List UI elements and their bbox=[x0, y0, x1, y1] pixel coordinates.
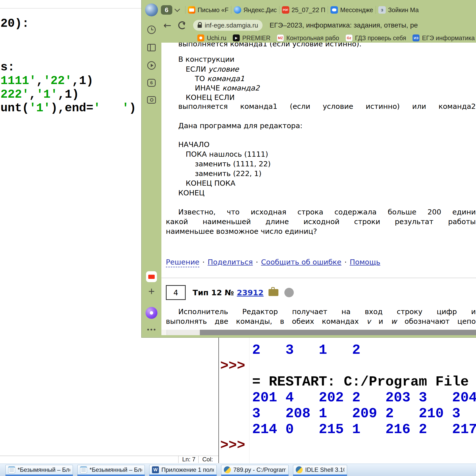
shell-prompt: >>> bbox=[219, 358, 245, 374]
taskbar-button[interactable]: IDLE Shell 3.10.5 bbox=[293, 465, 347, 475]
briefcase-icon[interactable] bbox=[268, 289, 278, 296]
text-segment: КОНЕЦ bbox=[178, 189, 205, 197]
code-line: s: bbox=[0, 60, 15, 74]
lock-icon bbox=[198, 25, 202, 28]
code-line: 222','1',1) bbox=[0, 88, 79, 101]
browser-tab[interactable]: Зойкин Ма bbox=[378, 6, 419, 14]
history-icon[interactable] bbox=[147, 26, 156, 34]
construction-line: ИНАЧЕ команда2 bbox=[195, 83, 260, 93]
tab-count-icon[interactable]: 6 bbox=[147, 79, 156, 87]
construction-intro: В конструкции bbox=[178, 55, 235, 63]
section-divider bbox=[161, 278, 476, 278]
action-link[interactable]: Поделиться bbox=[208, 258, 253, 266]
bookmark-item[interactable]: Контрольная рабо bbox=[277, 34, 339, 42]
text-segment: выполнять две команды, в обеих командах bbox=[166, 317, 366, 326]
link-separator: · bbox=[256, 258, 258, 266]
italic-text: w bbox=[391, 317, 397, 326]
browser-tab[interactable]: 25_07_22 П bbox=[282, 6, 325, 14]
tab-divider bbox=[279, 6, 279, 14]
browser-tab[interactable]: Письмо «F bbox=[188, 6, 229, 14]
text-segment: обозначают цепо bbox=[397, 317, 476, 326]
italic-text: v bbox=[366, 317, 371, 326]
tab-divider bbox=[231, 6, 231, 14]
text-segment: заменить (1111, 22) bbox=[195, 160, 271, 168]
browser-tab[interactable]: Яндекс.Дис bbox=[234, 6, 277, 14]
code-line: 20): bbox=[0, 17, 29, 30]
question-line: наименьшее возможное число единиц? bbox=[166, 227, 476, 236]
text-segment: ИНАЧЕ bbox=[195, 84, 222, 92]
reload-button[interactable] bbox=[178, 21, 186, 29]
taskbar-button[interactable]: *Безымянный – Бло... bbox=[77, 465, 145, 475]
status-circle-icon[interactable] bbox=[284, 288, 294, 297]
premier-icon bbox=[233, 34, 240, 41]
browser-tab[interactable]: Мессендже bbox=[330, 6, 373, 14]
italic-text: команда1 bbox=[207, 74, 244, 83]
taskbar-button[interactable]: Приложение 1 поло... bbox=[149, 465, 217, 475]
taskbar-label: Приложение 1 поло... bbox=[161, 466, 214, 473]
horizontal-scrollbar[interactable] bbox=[161, 330, 476, 335]
task-type-label: Тип 12 № bbox=[193, 288, 234, 297]
action-link[interactable]: Решение bbox=[166, 258, 199, 267]
question-line: какой наименьшей длине исходной строки р… bbox=[166, 217, 476, 227]
bookmark-item[interactable]: PREMIER bbox=[233, 34, 270, 42]
bookmark-item[interactable]: ЕГЭ информатика bbox=[413, 34, 475, 42]
italic-text: условие bbox=[208, 65, 239, 73]
shell-output-line: = RESTART: C:/Program File bbox=[252, 374, 476, 390]
taskbar-label: *Безымянный – Бло... bbox=[89, 466, 142, 473]
bookmark-label: ГДЗ проверь себя bbox=[355, 34, 406, 42]
question-line: Известно, что исходная строка содержала … bbox=[166, 207, 476, 217]
action-link[interactable]: Помощь bbox=[350, 258, 380, 266]
text-segment: заменить (222, 1) bbox=[195, 169, 262, 178]
screenshot-icon[interactable] bbox=[147, 96, 156, 104]
text-segment: ПОКА нашлось (1111) bbox=[186, 150, 268, 158]
page-title: ЕГЭ–2023, информатика: задания, ответы, … bbox=[269, 21, 476, 29]
italic-text: команда2 bbox=[222, 84, 260, 92]
scroll-left-button[interactable] bbox=[161, 330, 167, 335]
chevron-down-icon[interactable] bbox=[175, 6, 180, 12]
link-separator: · bbox=[344, 258, 347, 266]
mail-tab-icon bbox=[188, 6, 195, 14]
code-segment: ) bbox=[129, 101, 136, 115]
tab-label: Зойкин Ма bbox=[388, 6, 419, 14]
shell-text-area[interactable]: 2 3 1 2>>>= RESTART: C:/Program File201 … bbox=[219, 336, 476, 463]
program-line: КОНЕЦ ПОКА bbox=[186, 178, 271, 188]
browser-sidebar: 6 bbox=[142, 0, 161, 337]
status-line-indicator: Ln: 7 bbox=[178, 456, 198, 463]
url-text: inf-ege.sdamgia.ru bbox=[205, 22, 258, 29]
construction-line: ТО команда1 bbox=[195, 74, 260, 83]
program-line: заменить (1111, 22) bbox=[195, 159, 271, 169]
bookmark-item[interactable]: ГДЗ проверь себя bbox=[346, 34, 406, 42]
taskbar-button[interactable]: 789.py - C:/Program ... bbox=[221, 465, 289, 475]
panels-icon[interactable] bbox=[147, 44, 156, 51]
back-button[interactable]: ← bbox=[163, 20, 171, 30]
code-segment: 222' bbox=[0, 88, 29, 101]
text-segment: наименьшее возможное число единиц? bbox=[166, 227, 317, 236]
program-block: НАЧАЛОПОКА нашлось (1111)заменить (1111,… bbox=[178, 140, 271, 198]
alice-icon[interactable] bbox=[146, 307, 157, 319]
code-segment: ,1) bbox=[58, 88, 79, 101]
link-separator: · bbox=[202, 258, 205, 266]
taskbar-label: *Безымянный – Бло... bbox=[18, 466, 70, 473]
messenger-tab-icon bbox=[330, 6, 338, 14]
construction-line: КОНЕЦ ЕСЛИ bbox=[186, 93, 260, 102]
plus-icon[interactable] bbox=[148, 286, 155, 296]
gdz-icon bbox=[346, 34, 353, 41]
more-dots-icon[interactable] bbox=[147, 329, 156, 331]
taskbar-button[interactable]: *Безымянный – Бло... bbox=[5, 465, 73, 475]
address-bar[interactable]: inf-ege.sdamgia.ru bbox=[193, 20, 263, 31]
code-segment: unt( bbox=[0, 101, 29, 115]
code-segment: 1111' bbox=[0, 74, 36, 88]
text-segment: ТО bbox=[195, 74, 207, 83]
play-icon[interactable] bbox=[147, 61, 156, 70]
bookmark-item[interactable]: Uchi.ru bbox=[197, 34, 226, 42]
tab-counter-badge[interactable]: 6 bbox=[161, 5, 172, 15]
action-link[interactable]: Сообщить об ошибке bbox=[261, 258, 341, 266]
shell-output-line: 2 3 1 2 bbox=[252, 342, 476, 358]
yandex-mail-icon[interactable] bbox=[146, 271, 157, 282]
bookmark-label: ЕГЭ информатика bbox=[422, 34, 475, 42]
uchi-icon bbox=[197, 34, 204, 41]
scrollbar-thumb[interactable] bbox=[200, 330, 476, 335]
shell-output-line: 201 4 202 2 203 3 204 0 bbox=[252, 390, 476, 406]
task-id-link[interactable]: 23912 bbox=[237, 288, 264, 297]
task-text-line: выполнять две команды, в обеих командах … bbox=[166, 317, 476, 326]
